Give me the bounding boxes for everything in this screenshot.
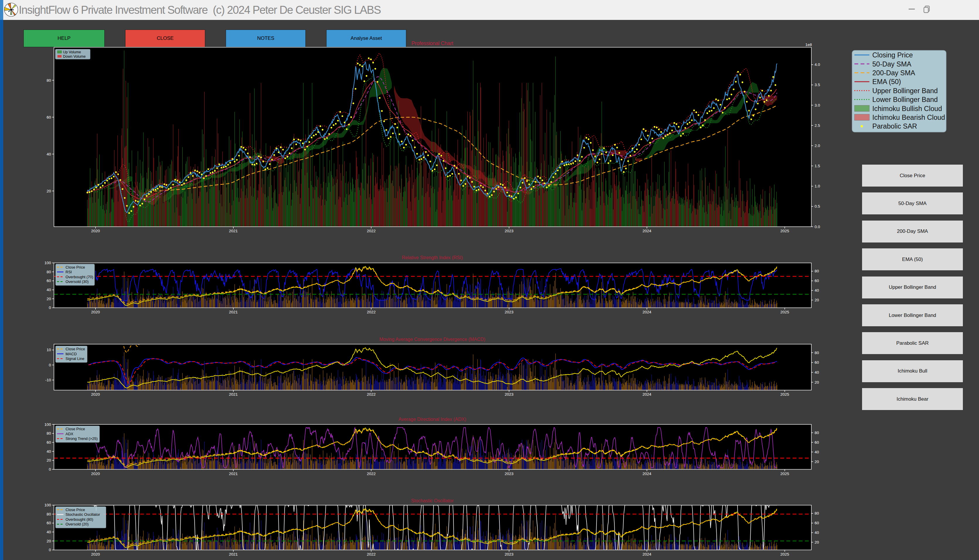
svg-text:Oversold (30): Oversold (30) <box>66 279 89 284</box>
svg-text:10: 10 <box>47 348 51 352</box>
svg-text:RSI: RSI <box>66 270 72 274</box>
svg-text:2021: 2021 <box>229 552 238 557</box>
svg-text:2023: 2023 <box>505 229 513 233</box>
svg-text:2021: 2021 <box>229 392 238 397</box>
svg-text:80: 80 <box>47 78 51 83</box>
svg-text:0: 0 <box>48 548 51 552</box>
svg-text:0.5: 0.5 <box>815 204 820 208</box>
svg-text:Professional Chart: Professional Chart <box>411 40 453 46</box>
svg-text:3.5: 3.5 <box>815 83 820 87</box>
svg-text:80: 80 <box>815 511 819 515</box>
svg-text:Oversold (20): Oversold (20) <box>66 522 89 526</box>
svg-text:80: 80 <box>815 351 819 355</box>
svg-text:60: 60 <box>815 440 819 445</box>
svg-text:MACD: MACD <box>66 352 77 356</box>
svg-text:2020: 2020 <box>91 392 100 397</box>
svg-text:20: 20 <box>815 380 819 385</box>
svg-text:40: 40 <box>47 152 51 157</box>
svg-text:Closing Price: Closing Price <box>872 51 913 59</box>
svg-text:Close Price: Close Price <box>66 427 85 431</box>
svg-text:40: 40 <box>815 288 819 293</box>
svg-text:60: 60 <box>47 115 51 120</box>
svg-text:Moving Average Convergence Div: Moving Average Convergence Divergence (M… <box>379 337 485 342</box>
svg-text:20: 20 <box>815 460 819 464</box>
svg-text:Ichimoku Bearish Cloud: Ichimoku Bearish Cloud <box>872 113 945 121</box>
svg-text:Upper Bollinger Band: Upper Bollinger Band <box>872 87 938 95</box>
svg-text:3.0: 3.0 <box>815 103 820 107</box>
svg-text:20: 20 <box>815 540 819 545</box>
svg-text:2024: 2024 <box>643 392 652 397</box>
svg-text:1e8: 1e8 <box>805 42 812 47</box>
svg-text:40: 40 <box>47 449 51 454</box>
svg-text:1.0: 1.0 <box>815 184 820 188</box>
svg-text:Up Volume: Up Volume <box>63 50 81 54</box>
svg-text:60: 60 <box>47 521 51 525</box>
svg-text:80: 80 <box>815 269 819 273</box>
svg-text:ADX: ADX <box>66 432 74 436</box>
svg-text:-10: -10 <box>45 378 51 382</box>
svg-text:80: 80 <box>815 430 819 435</box>
svg-text:100: 100 <box>44 422 51 427</box>
svg-text:0: 0 <box>48 363 51 367</box>
svg-text:0: 0 <box>48 305 51 310</box>
svg-text:2025: 2025 <box>780 392 789 397</box>
svg-text:2022: 2022 <box>367 392 376 397</box>
svg-text:80: 80 <box>47 270 51 274</box>
svg-text:40: 40 <box>815 530 819 535</box>
svg-text:Close Price: Close Price <box>66 347 85 351</box>
svg-text:20: 20 <box>47 189 51 193</box>
svg-text:100: 100 <box>44 503 51 507</box>
svg-text:40: 40 <box>815 370 819 375</box>
svg-text:Signal Line: Signal Line <box>66 357 84 361</box>
svg-text:Strong Trend (>25): Strong Trend (>25) <box>66 437 98 441</box>
svg-text:2023: 2023 <box>505 552 513 557</box>
svg-text:2020: 2020 <box>91 552 100 557</box>
svg-text:2022: 2022 <box>367 229 376 233</box>
svg-text:2.0: 2.0 <box>815 143 820 148</box>
svg-text:Relative Strength Index (RSI): Relative Strength Index (RSI) <box>402 255 463 260</box>
svg-text:60: 60 <box>47 440 51 445</box>
svg-text:40: 40 <box>47 288 51 292</box>
svg-text:2023: 2023 <box>505 472 513 476</box>
svg-text:Overbought (80): Overbought (80) <box>66 517 94 522</box>
svg-text:2025: 2025 <box>780 472 789 476</box>
svg-text:2024: 2024 <box>643 472 652 476</box>
svg-text:2025: 2025 <box>780 229 789 233</box>
svg-text:2020: 2020 <box>91 472 100 476</box>
svg-text:2022: 2022 <box>367 472 376 476</box>
svg-text:20: 20 <box>47 539 51 543</box>
svg-text:1.5: 1.5 <box>815 164 820 168</box>
svg-text:2021: 2021 <box>229 310 238 314</box>
svg-text:Stochastic Oscillator: Stochastic Oscillator <box>66 512 100 517</box>
svg-text:Down Volume: Down Volume <box>63 55 85 58</box>
svg-text:60: 60 <box>47 278 51 283</box>
svg-text:2025: 2025 <box>780 310 789 314</box>
svg-text:100: 100 <box>44 261 51 265</box>
svg-text:Overbought (70): Overbought (70) <box>66 275 94 279</box>
svg-text:2024: 2024 <box>643 229 652 233</box>
svg-text:50-Day SMA: 50-Day SMA <box>872 60 912 68</box>
svg-text:Parabolic SAR: Parabolic SAR <box>872 122 917 130</box>
svg-text:0.0: 0.0 <box>815 225 820 229</box>
svg-text:2021: 2021 <box>229 229 238 233</box>
svg-text:2023: 2023 <box>505 392 513 397</box>
svg-text:60: 60 <box>815 521 819 525</box>
svg-text:200-Day SMA: 200-Day SMA <box>872 69 916 77</box>
svg-text:2021: 2021 <box>229 472 238 476</box>
svg-text:Ichimoku Bullish Cloud: Ichimoku Bullish Cloud <box>872 105 942 112</box>
svg-text:Close Price: Close Price <box>66 265 85 270</box>
svg-text:2025: 2025 <box>780 552 789 557</box>
svg-text:2023: 2023 <box>505 310 513 314</box>
svg-text:40: 40 <box>815 450 819 454</box>
svg-text:80: 80 <box>47 512 51 517</box>
svg-text:2024: 2024 <box>643 552 652 557</box>
svg-text:20: 20 <box>47 458 51 462</box>
svg-text:40: 40 <box>47 530 51 534</box>
svg-text:2020: 2020 <box>91 229 100 233</box>
svg-text:EMA (50): EMA (50) <box>872 78 901 85</box>
svg-text:Average Directional Index (ADX: Average Directional Index (ADX) <box>399 417 466 422</box>
svg-text:80: 80 <box>47 431 51 435</box>
svg-text:60: 60 <box>815 278 819 283</box>
svg-text:20: 20 <box>815 298 819 302</box>
svg-text:0: 0 <box>48 467 51 472</box>
